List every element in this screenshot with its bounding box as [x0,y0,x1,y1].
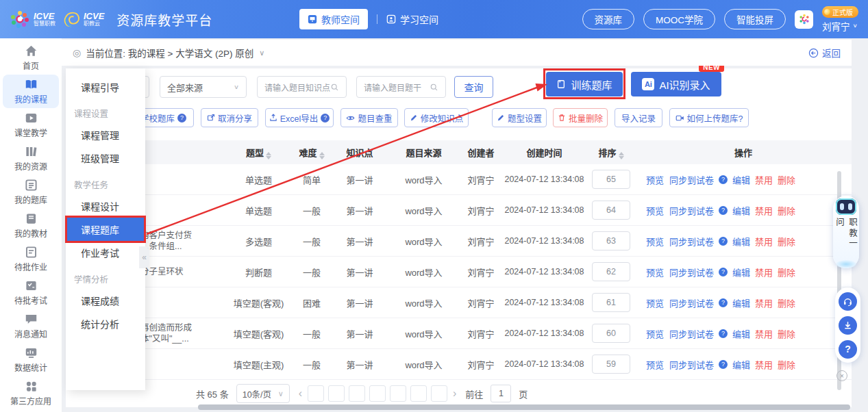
sync-to-paper-link[interactable]: 同步到试卷 [669,327,714,340]
stem-search-input[interactable]: 请输入题目题干 [356,76,446,98]
delete-link[interactable]: 删除 [778,204,795,217]
page-number[interactable] [390,385,406,402]
menu-item-homework-exam[interactable]: 作业考试 [66,241,145,264]
sort-caret-icon[interactable] [319,152,325,159]
page-number[interactable] [431,385,447,402]
sort-caret-icon[interactable] [619,152,624,159]
column-header-difficulty[interactable]: 难度 [291,146,332,159]
page-number[interactable] [328,385,345,402]
table-row[interactable]: 填空题(主观) 一般 第一讲 word导入 刘宵宁 2024-07-12 13:… [66,349,852,380]
horizontal-scrollbar[interactable] [198,404,850,410]
order-input[interactable]: 60 [592,324,630,343]
menu-item-course-grades[interactable]: 课程成绩 [66,289,145,312]
menu-item-course-question-bank[interactable]: 课程题库 [66,218,145,241]
cancel-share-button[interactable]: 取消分享 [201,108,258,127]
order-input[interactable]: 65 [592,170,630,189]
delete-link[interactable]: 删除 [778,266,795,279]
sync-to-paper-link[interactable]: 同步到试卷 [669,235,714,248]
sync-to-paper-link[interactable]: 同步到试卷 [669,204,714,217]
sidebar-item-my-resources[interactable]: 我的资源 [3,142,59,175]
resource-lib-button[interactable]: 资源库 [582,9,635,29]
sidebar-item-classroom[interactable]: 课堂教学 [3,108,59,142]
smart-cast-button[interactable]: 智能投屏 [724,9,786,29]
sync-to-paper-link[interactable]: 同步到试卷 [669,358,714,371]
ai-recognize-button[interactable]: Ai AI识别录入 NEW [631,72,721,96]
column-header-order[interactable]: 排序 [587,146,635,159]
help-icon[interactable]: ? [719,268,728,276]
app-launcher-icon[interactable] [795,10,813,29]
edit-knowledge-button[interactable]: 修改知识点 [404,108,469,127]
edit-link[interactable]: 编辑 [732,173,750,186]
duplicate-check-button[interactable]: 题目查重 [340,108,398,127]
disable-link[interactable]: 禁用 [755,204,773,217]
page-number[interactable] [410,385,427,402]
download-button[interactable] [839,316,857,335]
help-icon[interactable]: ? [719,329,728,338]
menu-collapse-handle[interactable]: « [139,246,149,268]
assistant-widget[interactable]: 职教一问 [833,196,859,268]
preview-link[interactable]: 预览 [646,358,664,371]
table-row[interactable]: 购客户支付货 …条件组... 多选题 一般 第一讲 word导入 刘宵宁 202… [66,226,852,257]
help-icon[interactable]: ? [719,175,728,184]
table-row[interactable]: 再创造而形成 体"又叫"__... 填空题(客观) 一般 第一讲 word导入 … [66,318,852,349]
help-icon[interactable]: ? [177,114,186,123]
edit-link[interactable]: 编辑 [732,327,750,340]
disable-link[interactable]: 禁用 [755,173,773,186]
menu-item-course-guide[interactable]: 课程引导 [66,75,145,99]
disable-link[interactable]: 禁用 [755,235,773,248]
sidebar-item-statistics[interactable]: 数据统计 [3,343,59,376]
excel-export-button[interactable]: Excel导出 ? [265,108,334,127]
delete-link[interactable]: 删除 [778,296,795,309]
import-history-button[interactable]: 导入记录 [615,108,662,127]
table-row[interactable]: 单选题 简单 第一讲 word导入 刘宵宁 2024-07-12 13:34:0… [66,164,852,195]
order-input[interactable]: 61 [592,293,630,312]
help-icon[interactable]: ? [719,206,728,215]
help-button[interactable]: ? [839,340,857,359]
column-header-type[interactable]: 题型 [226,146,291,159]
page-number[interactable] [369,385,386,402]
menu-item-course-management[interactable]: 课程管理 [66,123,145,146]
menu-item-course-design[interactable]: 课程设计 [66,194,145,218]
batch-delete-button[interactable]: 批量删除 [553,108,608,127]
train-bank-button[interactable]: 训练题库 [546,72,623,96]
edit-link[interactable]: 编辑 [732,296,750,309]
help-icon[interactable]: ? [719,360,728,369]
prev-page-button[interactable]: ‹ [297,387,303,400]
customer-service-button[interactable] [839,292,857,311]
sync-to-paper-link[interactable]: 同步到试卷 [669,266,714,279]
help-icon[interactable]: ? [719,298,728,307]
preview-link[interactable]: 预览 [646,235,664,248]
sidebar-item-pending-homework[interactable]: 待批作业 [3,242,59,276]
disable-link[interactable]: 禁用 [755,266,773,279]
sidebar-item-notifications[interactable]: 消息通知 [3,309,59,343]
source-select[interactable]: 全部来源 ∨ [160,76,247,98]
order-input[interactable]: 62 [592,262,630,281]
order-input[interactable]: 59 [592,355,630,374]
sidebar-item-my-courses[interactable]: 我的课程 [3,75,59,108]
back-button[interactable]: 返回 [808,46,841,60]
edit-link[interactable]: 编辑 [732,358,750,371]
edit-link[interactable]: 编辑 [732,204,750,217]
table-row[interactable]: 分子呈环状 判断题 一般 第一讲 word导入 刘宵宁 2024-07-12 1… [66,257,852,287]
user-menu[interactable]: 刘宵宁 ∨ [822,19,858,33]
sidebar-item-third-party[interactable]: 第三方应用 [3,376,59,410]
preview-link[interactable]: 预览 [646,173,664,186]
help-icon[interactable]: ? [321,114,330,123]
tab-student-space[interactable]: 学习空间 [386,12,438,26]
next-page-button[interactable]: › [451,387,458,400]
disable-link[interactable]: 禁用 [755,327,773,340]
disable-link[interactable]: 禁用 [755,296,773,309]
order-input[interactable]: 63 [592,231,630,250]
close-icon[interactable]: × [836,370,847,381]
help-icon[interactable]: ? [719,237,728,246]
page-number[interactable] [349,385,365,402]
knowledge-search-input[interactable]: 请输入题目知识点 [257,76,347,98]
menu-item-class-management[interactable]: 班级管理 [66,146,145,170]
sidebar-item-my-textbooks[interactable]: 我的教材 [3,209,59,242]
goto-page-input[interactable] [491,385,511,402]
preview-link[interactable]: 预览 [646,204,664,217]
preview-link[interactable]: 预览 [646,296,664,309]
disable-link[interactable]: 禁用 [755,358,773,371]
tab-teacher-space[interactable]: 教师空间 [299,9,368,29]
order-input[interactable]: 64 [592,201,630,220]
